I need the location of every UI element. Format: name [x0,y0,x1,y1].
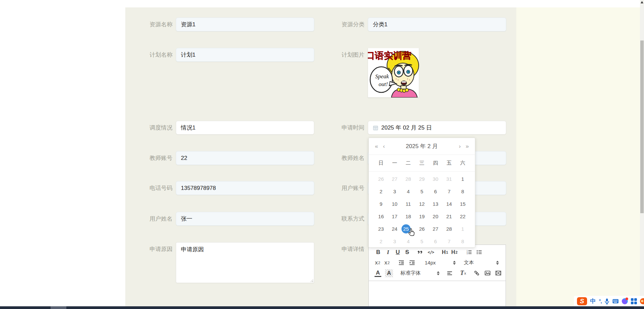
code-block-button[interactable]: </> [427,248,434,256]
header-1-button[interactable]: H1 [442,248,448,256]
calendar-day[interactable]: 16 [374,212,388,221]
calendar-day[interactable]: 28 [401,174,415,184]
resource-category-input[interactable]: 分类1 [368,18,506,31]
apply-reason-textarea[interactable]: 申请原因 [176,242,314,283]
calendar-day[interactable]: 4 [401,237,415,246]
calendar-day[interactable]: 1 [456,224,470,233]
apply-time-label: 申请时间 [317,121,364,135]
plan-name-input[interactable]: 计划1 [176,48,314,62]
contact-label: 联系方式 [317,212,364,226]
plan-image: Speak out! 口语实训营 [368,48,419,97]
schedule-status-input[interactable]: 情况1 [176,121,314,135]
vertical-scrollbar-thumb[interactable] [640,40,644,213]
microphone-icon[interactable] [605,298,609,304]
calendar-day[interactable]: 5 [415,237,428,246]
calendar-weekday: 四 [429,160,442,166]
bold-button[interactable]: B [375,248,382,256]
calendar-week-row: 2627282930311 [374,173,470,185]
text-color-button[interactable]: A [375,270,381,277]
subscript-button[interactable]: x2 [374,259,381,267]
calendar-day[interactable]: 15 [456,199,470,208]
bullet-list-icon[interactable] [476,248,483,256]
calendar-day[interactable]: 7 [442,237,456,246]
clear-format-button[interactable]: Tx [460,269,466,277]
calendar-day[interactable]: 3 [388,187,401,196]
scroll-up-arrow-icon[interactable] [641,1,643,3]
apply-reason-value: 申请原因 [181,246,204,253]
calendar-day[interactable]: 26 [374,174,388,184]
ordered-list-icon[interactable]: 123 [466,248,473,256]
outdent-icon[interactable] [398,259,405,267]
vertical-scrollbar[interactable] [640,0,644,306]
calendar-day[interactable]: 11 [401,199,415,208]
user-name-input[interactable]: 张一 [176,212,314,226]
teacher-account-input[interactable]: 22 [176,151,314,165]
next-year-button[interactable]: » [466,138,469,154]
strike-button[interactable]: S [404,248,411,256]
calendar-day[interactable]: 27 [388,174,401,184]
header-2-button[interactable]: H2 [451,248,458,256]
phone-number-label: 电话号码 [125,181,172,195]
resource-name-input[interactable]: 资源1 [176,18,314,31]
calendar-day[interactable]: 12 [415,199,428,208]
calendar-day[interactable]: 28 [442,224,456,233]
horizontal-scrollbar-thumb[interactable] [51,306,66,309]
calendar-day[interactable]: 20 [429,212,442,221]
calendar-day[interactable]: 2 [374,237,388,246]
calendar-day[interactable]: 10 [388,199,401,208]
resize-handle[interactable] [310,278,313,282]
editor-toolbar: B I U S </> H1 H2 123 [369,245,506,281]
calendar-day[interactable]: 18 [401,212,415,221]
calendar-day[interactable]: 23 [374,224,388,233]
calendar-day[interactable]: 31 [442,174,456,184]
video-icon[interactable] [495,269,502,277]
calendar-day[interactable]: 14 [442,199,456,208]
ime-emoji-icon[interactable] [640,298,644,304]
apply-time-input[interactable]: 2025 年 02 月 25 日 [368,121,506,135]
calendar-day[interactable]: 1 [456,174,470,184]
size-select[interactable]: 14px [425,260,456,265]
horizontal-scrollbar[interactable] [0,306,644,309]
font-select[interactable]: 标准字体 [400,270,440,276]
ime-skin-icon[interactable] [622,298,628,304]
keyboard-icon[interactable] [612,299,619,304]
calendar-day[interactable]: 13 [429,199,442,208]
phone-number-input[interactable]: 13578978978 [176,181,314,195]
calendar-day[interactable]: 8 [456,237,470,246]
calendar-day[interactable]: 17 [388,212,401,221]
calendar-day[interactable]: 6 [429,237,442,246]
superscript-button[interactable]: x2 [384,259,390,267]
calendar-day[interactable]: 9 [374,199,388,208]
underline-button[interactable]: U [394,248,401,256]
italic-button[interactable]: I [385,248,391,256]
sogou-logo-icon[interactable]: S [577,297,587,305]
calendar-day[interactable]: 6 [429,187,442,196]
calendar-day[interactable]: 26 [415,224,428,233]
calendar-day[interactable]: 29 [415,174,428,184]
image-icon[interactable] [484,269,491,277]
style-select[interactable]: 文本 [464,259,499,266]
calendar-day[interactable]: 5 [415,187,428,196]
calendar-day[interactable]: 30 [429,174,442,184]
indent-icon[interactable] [409,259,415,267]
next-month-button[interactable]: › [459,138,461,154]
ime-apps-grid-icon[interactable] [631,298,637,304]
ime-punctuation-toggle[interactable]: °, [599,298,602,304]
calendar-day[interactable]: 3 [388,237,401,246]
calendar-day[interactable]: 4 [401,187,415,196]
calendar-day[interactable]: 21 [442,212,456,221]
calendar-day[interactable]: 8 [456,187,470,196]
calendar-day[interactable]: 27 [429,224,442,233]
blockquote-icon[interactable] [417,248,423,256]
calendar-day[interactable]: 22 [456,212,470,221]
highlight-color-button[interactable]: A [385,269,393,277]
calendar-day[interactable]: 7 [442,187,456,196]
calendar-day[interactable]: 19 [415,212,428,221]
apply-detail-content[interactable] [369,281,506,309]
calendar-day[interactable]: 24 [388,224,401,233]
calendar-week-row: 2324252627281 [374,223,470,235]
align-icon[interactable] [446,269,453,277]
calendar-day[interactable]: 2 [374,187,388,196]
ime-language-toggle[interactable]: 中 [590,297,596,305]
link-icon[interactable] [473,269,480,277]
